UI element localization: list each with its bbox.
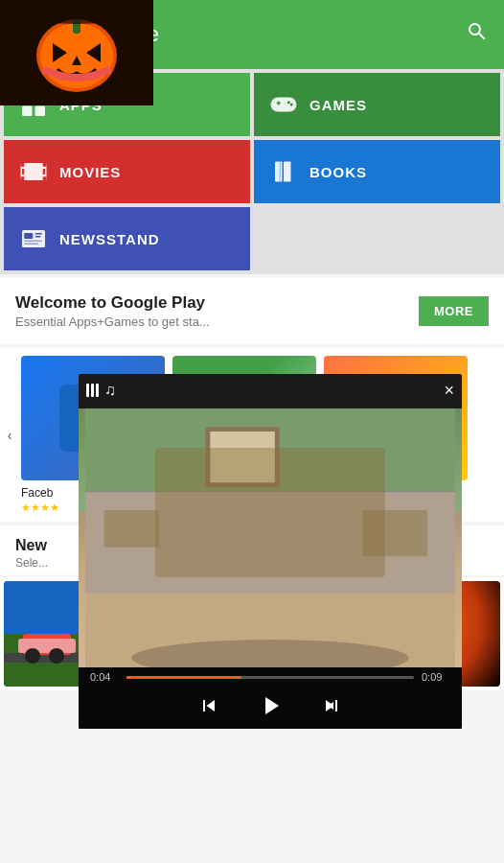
more-button[interactable]: MORE [419, 296, 489, 326]
svg-rect-17 [284, 162, 291, 182]
video-scene [79, 408, 462, 667]
svg-rect-62 [362, 510, 427, 556]
svg-rect-24 [24, 244, 38, 245]
newsstand-label: NEWSSTAND [59, 231, 160, 247]
svg-rect-15 [43, 169, 45, 175]
svg-rect-12 [21, 176, 25, 180]
scroll-left-button[interactable]: ‹ [0, 411, 19, 459]
welcome-section: Welcome to Google Play Essential Apps+Ga… [0, 278, 504, 344]
video-controls: 0:04 0:09 [79, 667, 462, 729]
svg-rect-2 [22, 106, 33, 117]
svg-rect-11 [43, 163, 47, 167]
svg-rect-20 [24, 233, 33, 239]
movies-label: MOVIES [59, 164, 121, 180]
svg-rect-57 [85, 408, 455, 492]
video-header: ♫ [86, 382, 116, 399]
video-buttons [90, 687, 450, 725]
category-games-button[interactable]: GAMES [254, 73, 500, 136]
svg-point-37 [25, 648, 40, 664]
video-progress-bar: 0:04 0:09 [90, 671, 450, 683]
svg-rect-18 [280, 162, 282, 182]
video-music-icon: ♫ [104, 382, 116, 399]
welcome-subtitle: Essential Apps+Games to get sta... [15, 315, 210, 329]
books-label: BOOKS [309, 164, 367, 180]
svg-point-7 [287, 101, 290, 104]
category-movies-button[interactable]: MOVIES [4, 140, 250, 203]
category-newsstand-button[interactable]: NEWSSTAND [4, 207, 250, 270]
svg-rect-23 [24, 241, 42, 243]
svg-rect-21 [35, 233, 43, 235]
previous-button[interactable] [194, 690, 224, 721]
search-icon[interactable] [466, 20, 489, 49]
video-total-time: 0:09 [422, 671, 450, 683]
video-menu-icon [86, 384, 99, 397]
video-close-button[interactable]: × [444, 382, 454, 399]
svg-point-8 [290, 104, 293, 106]
svg-rect-61 [103, 510, 159, 548]
svg-rect-14 [22, 169, 24, 175]
progress-track[interactable] [126, 676, 414, 679]
video-player-overlay: ♫ × [79, 374, 462, 729]
category-books-button[interactable]: BOOKS [254, 140, 500, 203]
video-frame [79, 408, 462, 667]
svg-rect-16 [275, 162, 283, 182]
svg-rect-9 [21, 163, 47, 180]
video-current-time: 0:04 [90, 671, 119, 683]
svg-rect-60 [210, 432, 274, 482]
svg-rect-10 [21, 163, 25, 167]
svg-marker-65 [265, 697, 279, 714]
progress-fill [126, 676, 241, 679]
svg-rect-22 [35, 236, 41, 238]
svg-rect-6 [278, 101, 280, 105]
play-pause-button[interactable] [255, 690, 286, 721]
svg-point-38 [49, 648, 64, 664]
welcome-title: Welcome to Google Play [15, 293, 210, 313]
games-label: GAMES [309, 97, 367, 113]
svg-rect-3 [35, 106, 46, 117]
svg-rect-13 [43, 176, 47, 180]
welcome-text: Welcome to Google Play Essential Apps+Ga… [15, 293, 210, 329]
next-button[interactable] [316, 690, 347, 721]
